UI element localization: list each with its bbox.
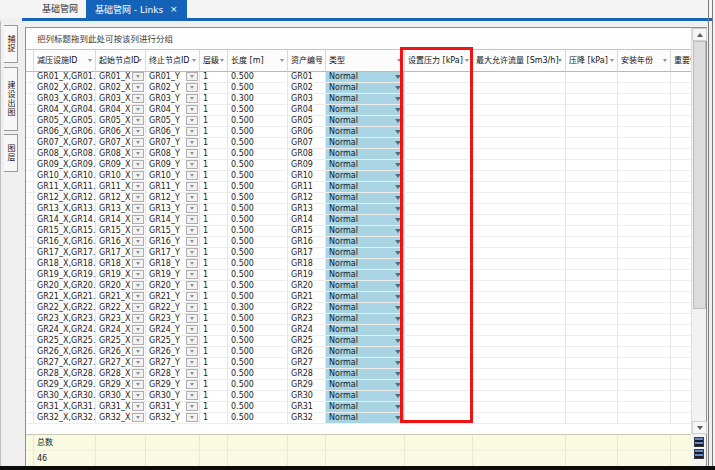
table-row[interactable]: GR01_X,GR01...GR01_XGR01_Y10.500GR01Norm… [26, 72, 691, 83]
cell-level[interactable]: 1 [200, 402, 228, 412]
cell-max-flow[interactable] [473, 204, 566, 214]
table-row[interactable]: GR27_X,GR27...GR27_XGR27_Y10.500GR27Norm… [26, 358, 691, 369]
cell-device-id[interactable]: GR11_X,GR11... [34, 182, 96, 192]
cell-length[interactable]: 0.500 [228, 336, 288, 346]
cell-level[interactable]: 1 [200, 325, 228, 335]
chevron-down-icon[interactable] [395, 306, 401, 310]
cell-from-node-id[interactable]: GR16_X [96, 237, 146, 247]
cell-to-node-id[interactable]: GR03_Y [146, 94, 200, 104]
cell-asset-number[interactable]: GR12 [288, 193, 326, 203]
filter-dropdown-icon[interactable] [663, 59, 667, 62]
cell-length[interactable]: 0.500 [228, 116, 288, 126]
cell-asset-number[interactable]: GR22 [288, 303, 326, 313]
cell-device-id[interactable]: GR06_X,GR06... [34, 127, 96, 137]
table-row[interactable]: GR12_X,GR12...GR12_XGR12_Y10.500GR12Norm… [26, 193, 691, 204]
cell-install-year[interactable] [618, 314, 671, 324]
cell-row-indicator[interactable] [26, 72, 34, 82]
cell-install-year[interactable] [618, 281, 671, 291]
column-header-from-node-id[interactable]: 起始节点ID [96, 50, 146, 72]
dropdown-button[interactable] [186, 402, 198, 411]
table-row[interactable]: GR32_X,GR32...GR32_XGR32_Y10.500GR32Norm… [26, 413, 691, 424]
cell-importance[interactable] [671, 116, 691, 126]
cell-asset-number[interactable]: GR10 [288, 171, 326, 181]
cell-length[interactable]: 0.500 [228, 314, 288, 324]
cell-type[interactable]: Normal [326, 127, 405, 137]
cell-level[interactable]: 1 [200, 336, 228, 346]
cell-to-node-id[interactable]: GR25_Y [146, 336, 200, 346]
cell-install-year[interactable] [618, 149, 671, 159]
cell-type[interactable]: Normal [326, 182, 405, 192]
close-icon[interactable]: × [170, 5, 178, 14]
cell-asset-number[interactable]: GR26 [288, 347, 326, 357]
chevron-down-icon[interactable] [395, 383, 401, 387]
cell-row-indicator[interactable] [26, 380, 34, 390]
cell-to-node-id[interactable]: GR10_Y [146, 171, 200, 181]
cell-device-id[interactable]: GR18_X,GR18... [34, 259, 96, 269]
cell-pressure-drop[interactable] [566, 402, 618, 412]
cell-to-node-id[interactable]: GR31_Y [146, 402, 200, 412]
cell-max-flow[interactable] [473, 391, 566, 401]
cell-pressure-drop[interactable] [566, 347, 618, 357]
cell-from-node-id[interactable]: GR32_X [96, 413, 146, 423]
cell-to-node-id[interactable]: GR07_Y [146, 138, 200, 148]
cell-length[interactable]: 0.500 [228, 325, 288, 335]
cell-to-node-id[interactable]: GR17_Y [146, 248, 200, 258]
cell-level[interactable]: 1 [200, 105, 228, 115]
dropdown-button[interactable] [186, 138, 198, 147]
dropdown-button[interactable] [186, 292, 198, 301]
cell-to-node-id[interactable]: GR05_Y [146, 116, 200, 126]
cell-set-pressure[interactable] [405, 226, 473, 236]
dropdown-button[interactable] [186, 380, 198, 389]
cell-install-year[interactable] [618, 303, 671, 313]
dropdown-button[interactable] [132, 391, 144, 400]
chevron-down-icon[interactable] [395, 240, 401, 244]
cell-to-node-id[interactable]: GR21_Y [146, 292, 200, 302]
cell-type[interactable]: Normal [326, 391, 405, 401]
cell-from-node-id[interactable]: GR12_X [96, 193, 146, 203]
filter-dropdown-icon[interactable] [192, 59, 196, 62]
cell-type[interactable]: Normal [326, 116, 405, 126]
cell-device-id[interactable]: GR21_X,GR21... [34, 292, 96, 302]
cell-row-indicator[interactable] [26, 94, 34, 104]
cell-row-indicator[interactable] [26, 105, 34, 115]
cell-max-flow[interactable] [473, 259, 566, 269]
chevron-down-icon[interactable] [395, 394, 401, 398]
cell-asset-number[interactable]: GR17 [288, 248, 326, 258]
cell-level[interactable]: 1 [200, 226, 228, 236]
table-row[interactable]: GR07_X,GR07...GR07_XGR07_Y10.500GR07Norm… [26, 138, 691, 149]
cell-row-indicator[interactable] [26, 171, 34, 181]
cell-asset-number[interactable]: GR06 [288, 127, 326, 137]
vertical-scrollbar[interactable] [691, 28, 706, 434]
dropdown-button[interactable] [132, 149, 144, 158]
cell-device-id[interactable]: GR30_X,GR30... [34, 391, 96, 401]
cell-asset-number[interactable]: GR24 [288, 325, 326, 335]
cell-max-flow[interactable] [473, 138, 566, 148]
cell-type[interactable]: Normal [326, 237, 405, 247]
cell-importance[interactable] [671, 182, 691, 192]
cell-importance[interactable] [671, 193, 691, 203]
cell-set-pressure[interactable] [405, 314, 473, 324]
cell-from-node-id[interactable]: GR09_X [96, 160, 146, 170]
cell-pressure-drop[interactable] [566, 303, 618, 313]
cell-length[interactable]: 0.500 [228, 237, 288, 247]
column-header-install-year[interactable]: 安装年份 [618, 50, 671, 72]
cell-install-year[interactable] [618, 72, 671, 82]
cell-type[interactable]: Normal [326, 171, 405, 181]
cell-type[interactable]: Normal [326, 94, 405, 104]
dropdown-button[interactable] [132, 127, 144, 136]
cell-from-node-id[interactable]: GR13_X [96, 204, 146, 214]
cell-set-pressure[interactable] [405, 325, 473, 335]
cell-from-node-id[interactable]: GR05_X [96, 116, 146, 126]
dropdown-button[interactable] [186, 303, 198, 312]
summary-options-icon[interactable] [694, 449, 704, 459]
cell-set-pressure[interactable] [405, 204, 473, 214]
dropdown-button[interactable] [186, 347, 198, 356]
cell-device-id[interactable]: GR23_X,GR23... [34, 314, 96, 324]
cell-type[interactable]: Normal [326, 347, 405, 357]
chevron-down-icon[interactable] [395, 405, 401, 409]
cell-max-flow[interactable] [473, 160, 566, 170]
cell-install-year[interactable] [618, 325, 671, 335]
dropdown-button[interactable] [132, 237, 144, 246]
cell-asset-number[interactable]: GR05 [288, 116, 326, 126]
filter-dropdown-icon[interactable] [318, 59, 322, 62]
